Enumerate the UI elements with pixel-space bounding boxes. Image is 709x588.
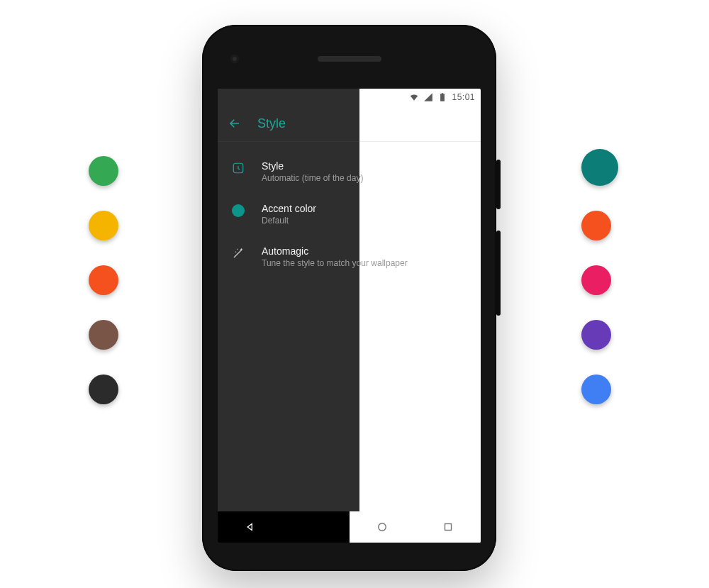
- swatch-left-3[interactable]: [89, 320, 118, 350]
- settings-row-automagic[interactable]: Automagic Tune the style to match your w…: [218, 237, 481, 279]
- svg-point-1: [379, 523, 386, 531]
- speaker-slit: [318, 56, 381, 62]
- wifi-icon: [409, 92, 419, 102]
- nav-recents-button[interactable]: [415, 521, 481, 533]
- nav-back-button[interactable]: [218, 521, 284, 533]
- accent-sub: Default: [262, 216, 468, 226]
- nav-home-button[interactable]: [350, 521, 415, 533]
- clock-icon: [230, 160, 246, 174]
- swatch-right-2[interactable]: [581, 265, 611, 295]
- swatch-right-0[interactable]: [581, 149, 618, 186]
- status-bar: 15:01: [218, 89, 481, 106]
- nav-bar-dark: [218, 511, 350, 543]
- swatch-left-0[interactable]: [89, 156, 118, 186]
- swatch-right-3[interactable]: [581, 320, 611, 350]
- settings-row-style[interactable]: Style Automatic (time of the day): [218, 152, 481, 194]
- style-sub: Automatic (time of the day): [262, 173, 468, 183]
- swatch-column-right: [581, 149, 618, 404]
- swatch-column-left: [89, 156, 118, 404]
- nav-bar-light: [350, 511, 481, 543]
- swatch-right-1[interactable]: [581, 211, 611, 240]
- swatch-left-2[interactable]: [89, 265, 118, 295]
- page-title: Style: [257, 116, 286, 131]
- automagic-sub: Tune the style to match your wallpaper: [262, 258, 468, 268]
- stage: 15:01 Style: [0, 0, 709, 588]
- accent-dot-icon: [230, 203, 246, 217]
- camera-dot: [230, 55, 239, 63]
- accent-label: Accent color: [262, 203, 468, 214]
- app-bar: Style: [218, 106, 481, 141]
- swatch-left-4[interactable]: [89, 375, 118, 404]
- phone-frame: 15:01 Style: [202, 25, 496, 571]
- back-button[interactable]: [228, 116, 242, 131]
- swatch-right-4[interactable]: [581, 375, 611, 404]
- svg-rect-2: [445, 524, 451, 531]
- swatch-left-1[interactable]: [89, 211, 118, 240]
- style-label: Style: [262, 160, 468, 172]
- automagic-label: Automagic: [262, 245, 468, 257]
- battery-icon: [437, 92, 447, 102]
- side-button-bottom: [496, 231, 501, 316]
- phone-screen: 15:01 Style: [218, 89, 481, 543]
- cell-signal-icon: [423, 92, 433, 102]
- side-button-top: [496, 160, 501, 209]
- settings-list: Style Automatic (time of the day) Accent…: [218, 142, 481, 279]
- magic-wand-icon: [230, 245, 246, 260]
- status-time: 15:01: [452, 92, 475, 102]
- nav-bar: [218, 511, 481, 543]
- settings-row-accent[interactable]: Accent color Default: [218, 194, 481, 237]
